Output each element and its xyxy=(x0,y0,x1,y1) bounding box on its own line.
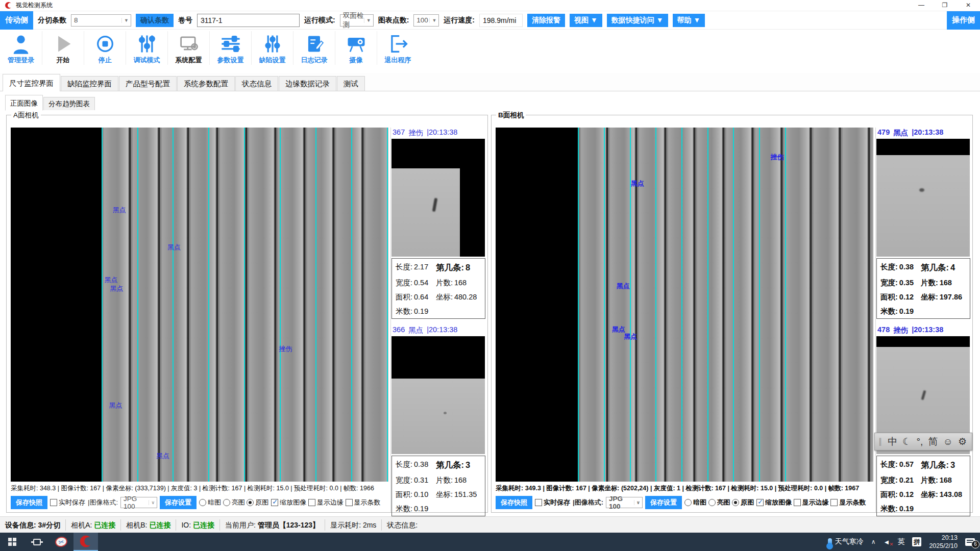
camera-panel-b: B面相机 挫伤黑点黑点黑点黑点 采集耗时: 349.3 | 图像计数: 167 … xyxy=(491,115,973,513)
image-format-select[interactable]: JPG 100∨ xyxy=(120,497,157,508)
main-tab-3[interactable]: 产品型号配置 xyxy=(119,76,177,91)
main-tab-5[interactable]: 状态信息 xyxy=(235,76,278,91)
sub-tab-2[interactable]: 分布趋势图表 xyxy=(43,97,95,110)
monitor-gear-tool-button[interactable]: 系统配置 xyxy=(167,31,209,65)
clock[interactable]: 20:132025/2/10 xyxy=(929,534,958,550)
start-button[interactable] xyxy=(0,533,24,551)
tool-label: 缺陷设置 xyxy=(259,56,286,65)
task-view-button[interactable] xyxy=(24,533,49,551)
ime-punctuation-icon[interactable]: °, xyxy=(916,437,923,446)
stat-cell: 第几条:4 xyxy=(921,262,968,273)
ime-emoji-icon[interactable]: ☺ xyxy=(943,437,952,446)
stat-cell xyxy=(436,504,483,514)
main-tab-1[interactable]: 尺寸监控界面 xyxy=(3,74,60,91)
camera-tool-button[interactable]: 摄像 xyxy=(335,31,377,65)
ime-simplified-icon[interactable]: 简 xyxy=(928,437,938,446)
tool-label: 调试模式 xyxy=(134,56,160,65)
chevron-down-icon: ∨ xyxy=(149,500,157,505)
display-option-缩放图像[interactable]: 缩放图像 xyxy=(756,498,792,507)
display-option-显示条数[interactable]: 显示条数 xyxy=(346,498,381,507)
log-tool-button[interactable]: 日志记录 xyxy=(293,31,335,65)
stat-cell xyxy=(921,504,968,514)
image-format-select[interactable]: JPG 100∨ xyxy=(606,497,643,508)
strip-count-select[interactable]: 8▼ xyxy=(71,14,131,27)
view-menu-button[interactable]: 视图 ▼ xyxy=(570,14,602,27)
display-option-显示条数[interactable]: 显示条数 xyxy=(830,498,866,507)
save-snapshot-button[interactable]: 保存快照 xyxy=(11,496,47,509)
io-label: IO: xyxy=(181,521,191,529)
save-settings-button[interactable]: 保存设置 xyxy=(645,496,682,509)
notification-center-button[interactable]: 6 xyxy=(965,538,975,546)
realtime-save-checkbox[interactable]: 实时保存 xyxy=(535,498,570,507)
confirm-strips-button[interactable]: 确认条数 xyxy=(136,14,174,27)
main-tab-7[interactable]: 测试 xyxy=(337,76,365,91)
volume-muted-icon[interactable]: ◄✕ xyxy=(884,538,890,546)
stat-cell xyxy=(436,307,483,316)
realtime-save-checkbox[interactable]: 实时保存 xyxy=(50,498,85,507)
sliders-h-tool-button[interactable]: 参数设置 xyxy=(209,31,251,65)
strip-boundary-line xyxy=(173,128,174,482)
stat-value: 4 xyxy=(950,263,955,272)
ime-toolbar: 中☾°,简☺⚙ xyxy=(874,433,972,450)
checkbox-icon xyxy=(756,499,764,506)
transmission-side-button[interactable]: 传动侧 xyxy=(0,11,33,30)
ime-moon-icon[interactable]: ☾ xyxy=(902,437,911,446)
ime-settings-icon[interactable]: ⚙ xyxy=(958,437,967,446)
ime-indicator[interactable]: 拼 xyxy=(912,537,921,546)
inspection-app-button[interactable] xyxy=(74,533,98,551)
operation-side-button[interactable]: 操作侧 xyxy=(947,11,980,30)
stat-cell: 长度:2.17 xyxy=(396,262,436,273)
clear-alarm-button[interactable]: 清除报警 xyxy=(527,14,565,27)
stop-tool-button[interactable]: 停止 xyxy=(84,31,126,65)
user-tool-button[interactable]: 管理登录 xyxy=(0,31,42,65)
display-option-显示边缘[interactable]: 显示边缘 xyxy=(308,498,344,507)
device-info-value: 3#分切 xyxy=(38,521,61,529)
image-mode-radio-亮图[interactable]: 亮图 xyxy=(223,498,245,507)
stat-label: 坐标: xyxy=(436,490,453,498)
exit-tool-button[interactable]: 退出程序 xyxy=(377,31,419,65)
run-speed-label: 运行速度: xyxy=(444,16,475,25)
data-quick-access-button[interactable]: 数据快捷访问 ▼ xyxy=(607,14,668,27)
image-mode-radio-暗图[interactable]: 暗图 xyxy=(684,498,706,507)
defect-card[interactable]: 367挫伤|20:13:38长度:2.17第几条:8宽度:0.54片数:168面… xyxy=(391,128,485,319)
close-button[interactable]: ✕ xyxy=(957,0,980,11)
minimize-button[interactable]: — xyxy=(910,0,933,11)
image-mode-radio-原图[interactable]: 原图 xyxy=(247,498,268,507)
defect-card[interactable]: 478挫伤|20:13:38长度:0.57第几条:3宽度:0.21片数:168面… xyxy=(876,325,970,516)
save-settings-button[interactable]: 保存设置 xyxy=(160,496,197,509)
stat-label: 长度: xyxy=(880,263,898,271)
defect-card[interactable]: 479黑点|20:13:38长度:0.38第几条:4宽度:0.35片数:168面… xyxy=(876,128,970,319)
save-snapshot-button[interactable]: 保存快照 xyxy=(496,496,532,509)
weather-widget[interactable]: 天气寒冷 xyxy=(828,537,864,546)
strip-boundary-line xyxy=(759,128,760,482)
hidden-icons-chevron[interactable]: ∧ xyxy=(871,538,876,545)
run-mode-select[interactable]: 双面检测▼ xyxy=(340,14,374,27)
sliders-v-tool-button[interactable]: 调试模式 xyxy=(126,31,167,65)
display-option-缩放图像[interactable]: 缩放图像 xyxy=(271,498,306,507)
display-option-显示边缘[interactable]: 显示边缘 xyxy=(794,498,829,507)
checkbox-label: 显示边缘 xyxy=(802,498,829,507)
main-tab-2[interactable]: 缺陷监控界面 xyxy=(61,76,118,91)
roll-number-input[interactable]: 3117-1 xyxy=(197,14,300,27)
image-mode-radio-亮图[interactable]: 亮图 xyxy=(708,498,730,507)
device-info-label: 设备信息: xyxy=(5,521,36,529)
chart-points-select[interactable]: 100▼ xyxy=(413,14,439,27)
tool-label: 日志记录 xyxy=(301,56,328,65)
ime-lang-button[interactable]: 中 xyxy=(888,437,897,446)
help-menu-button[interactable]: 帮助 ▼ xyxy=(673,14,705,27)
material-stripes xyxy=(579,128,873,482)
defect-card[interactable]: 366黑点|20:13:38长度:0.38第几条:3宽度:0.31片数:168面… xyxy=(391,325,485,516)
strip-boundary-line xyxy=(102,128,103,482)
image-mode-radio-原图[interactable]: 原图 xyxy=(732,498,754,507)
sliders-v2-tool-button[interactable]: 缺陷设置 xyxy=(251,31,293,65)
play-tool-button[interactable]: 开始 xyxy=(42,31,84,65)
language-indicator[interactable]: 英 xyxy=(897,537,904,546)
sub-tab-1[interactable]: 正面图像 xyxy=(5,95,43,111)
image-mode-radio-暗图[interactable]: 暗图 xyxy=(199,498,221,507)
main-tab-4[interactable]: 系统参数配置 xyxy=(177,76,235,91)
main-tab-6[interactable]: 边缘数据记录 xyxy=(279,76,336,91)
maximize-button[interactable]: ❐ xyxy=(933,0,957,11)
stat-value: 0.38 xyxy=(414,460,428,468)
defect-id: 478 xyxy=(877,325,890,335)
snipping-tool-button[interactable]: ✂ xyxy=(49,533,74,551)
